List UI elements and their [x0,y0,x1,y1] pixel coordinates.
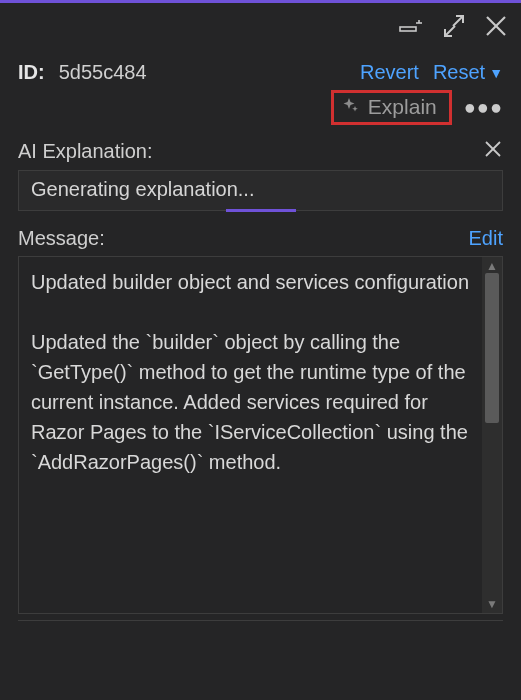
svg-line-4 [445,26,455,36]
reset-label[interactable]: Reset [433,61,485,84]
svg-rect-0 [400,27,416,31]
revert-button[interactable]: Revert [360,61,419,84]
message-box: Updated builder object and services conf… [18,256,503,614]
ai-explanation-box: Generating explanation... [18,170,503,211]
svg-line-3 [453,16,463,26]
chevron-down-icon[interactable]: ▼ [489,65,503,81]
reset-dropdown[interactable]: Reset ▼ [433,61,503,84]
scroll-track[interactable] [482,273,502,597]
ai-explanation-title: AI Explanation: [18,140,153,163]
divider [18,620,503,621]
scrollbar[interactable]: ▲ ▼ [482,257,502,613]
more-options-icon[interactable]: ●●● [464,96,503,119]
message-content: Updated builder object and services conf… [19,257,482,613]
explain-label: Explain [368,95,437,119]
sparkle-icon [342,96,360,119]
id-row: ID: 5d55c484 Revert Reset ▼ [18,61,503,84]
scroll-up-icon[interactable]: ▲ [486,259,498,273]
close-window-icon[interactable] [483,13,509,39]
edit-button[interactable]: Edit [469,227,503,250]
id-label: ID: [18,61,45,84]
explain-button[interactable]: Explain [331,90,452,125]
restore-down-icon[interactable] [441,13,467,39]
progress-indicator [226,209,296,212]
ai-explanation-header: AI Explanation: [18,139,503,164]
message-title: Message: [18,227,105,250]
message-header: Message: Edit [18,227,503,250]
explain-row: Explain ●●● [18,90,503,125]
scroll-thumb[interactable] [485,273,499,423]
autohide-icon[interactable] [397,17,425,35]
id-value: 5d55c484 [59,61,147,84]
close-explanation-icon[interactable] [483,139,503,164]
ai-explanation-status: Generating explanation... [31,178,255,200]
window-controls [0,3,521,43]
scroll-down-icon[interactable]: ▼ [486,597,498,611]
